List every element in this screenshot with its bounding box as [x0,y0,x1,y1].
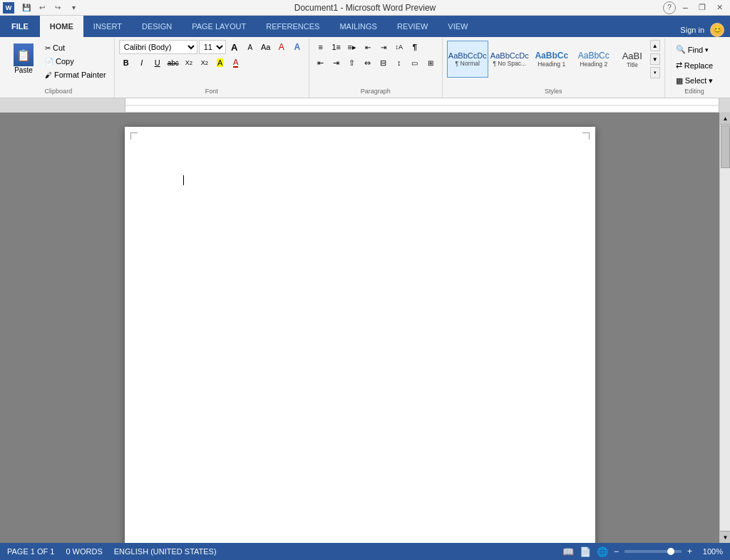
clear-formatting-icon: A [279,42,284,52]
decrease-indent-button[interactable]: ⇤ [361,40,375,54]
language-info[interactable]: ENGLISH (UNITED STATES) [114,547,217,556]
file-tab[interactable]: FILE [0,16,40,37]
editing-group: 🔍 Find ▾ ⇄ Replace ▦ Select ▾ Editing [665,38,724,98]
style-no-spacing-preview: AaBbCcDc [490,51,529,60]
find-button[interactable]: 🔍 Find ▾ [669,43,720,56]
grow-font-button[interactable]: A [227,40,242,54]
style-title[interactable]: AaBI Title [615,41,649,78]
zoom-in-button[interactable]: + [687,546,692,556]
corner-tr [582,133,590,140]
align-left-button[interactable]: ⇤ [314,56,328,70]
styles-more-button[interactable]: ▾ [650,67,660,78]
text-highlight-button[interactable]: A [213,56,227,70]
clipboard-label: Clipboard [7,88,110,96]
word-icon: W [3,2,14,14]
text-effects-button[interactable]: A [290,40,304,54]
word-count[interactable]: 0 WORDS [66,547,102,556]
font-color-button[interactable]: A [229,56,243,70]
zoom-percent[interactable]: 100% [698,547,723,556]
paragraph-group: ≡ 1≡ ≡▸ ⇤ ⇥ ↕A ¶ ⇤ ⇥ ⇧ ⇔ ⊟ ↕ ▭ ⊞ [309,38,443,98]
document-area[interactable] [0,113,719,543]
tab-mailings[interactable]: MAILINGS [329,16,387,37]
style-normal-preview: AaBbCcDc [448,51,487,60]
document-content[interactable] [182,162,538,543]
restore-button[interactable]: ❐ [694,1,710,14]
tab-references[interactable]: REFERENCES [256,16,329,37]
increase-indent-button[interactable]: ⇥ [376,40,391,54]
select-button[interactable]: ▦ Select ▾ [669,74,720,88]
scrollbar-track[interactable] [720,125,730,531]
underline-button[interactable]: U [150,56,165,70]
signin-button[interactable]: Sign in [680,26,704,34]
tab-design[interactable]: DESIGN [132,16,182,37]
font-group: Calibri (Body) 11 A A Aa A A [115,38,309,98]
minimize-button[interactable]: − [677,1,693,14]
style-heading1[interactable]: AaBbCc Heading 1 [531,41,572,78]
save-button[interactable]: 💾 [20,1,33,14]
tab-page-layout[interactable]: PAGE LAYOUT [182,16,256,37]
help-button[interactable]: ? [663,1,676,14]
read-mode-button[interactable]: 📖 [562,546,574,557]
undo-button[interactable]: ↩ [36,1,48,14]
strikethrough-button[interactable]: abc [166,56,180,70]
copy-button[interactable]: 📄 Copy [41,55,110,68]
shading-button[interactable]: ▭ [408,56,422,70]
paste-icon: 📋 [14,43,34,66]
web-layout-button[interactable]: 🌐 [597,546,608,557]
tab-insert[interactable]: INSERT [83,16,132,37]
style-title-label: Title [627,61,638,68]
page-info[interactable]: PAGE 1 OF 1 [7,547,54,556]
style-heading1-label: Heading 1 [538,61,565,68]
tab-review[interactable]: REVIEW [387,16,438,37]
italic-button[interactable]: I [135,56,149,70]
format-painter-icon: 🖌 [45,71,52,79]
document-page[interactable] [125,127,595,543]
scrollbar-thumb[interactable] [721,125,730,168]
title-bar-title: Document1 - Microsoft Word Preview [294,3,436,13]
shrink-font-button[interactable]: A [243,40,257,54]
ribbon-tabs: FILE HOME INSERT DESIGN PAGE LAYOUT REFE… [0,16,730,37]
borders-button[interactable]: ⊞ [423,56,438,70]
numbering-button[interactable]: 1≡ [329,40,344,54]
user-avatar[interactable]: 😊 [710,23,724,37]
zoom-thumb [667,548,674,555]
styles-label: Styles [447,88,660,96]
bold-button[interactable]: B [119,56,133,70]
styles-scroll-down[interactable]: ▼ [650,53,660,65]
show-paragraph-button[interactable]: ¶ [408,40,422,54]
align-center-button[interactable]: ⇥ [329,56,344,70]
line-spacing-button[interactable]: ↕ [392,56,406,70]
redo-button[interactable]: ↪ [51,1,64,14]
cut-button[interactable]: ✂ Cut [41,41,110,54]
superscript-button[interactable]: X2 [197,56,212,70]
style-no-spacing[interactable]: AaBbCcDc ¶ No Spac... [489,41,530,78]
font-name-select[interactable]: Calibri (Body) [119,40,197,54]
status-bar: PAGE 1 OF 1 0 WORDS ENGLISH (UNITED STAT… [0,543,730,560]
customize-qa-button[interactable]: ▾ [67,1,80,14]
clear-formatting-button[interactable]: A [274,40,289,54]
print-layout-button[interactable]: 📄 [580,546,591,557]
close-button[interactable]: ✕ [711,1,727,14]
change-case-button[interactable]: Aa [259,40,273,54]
tab-home[interactable]: HOME [40,16,83,37]
scrollbar-down-button[interactable]: ▼ [720,531,730,543]
subscript-button[interactable]: X2 [182,56,196,70]
style-normal[interactable]: AaBbCcDc ¶ Normal [447,41,488,78]
zoom-out-button[interactable]: − [614,546,619,556]
font-size-select[interactable]: 11 [199,40,226,54]
zoom-slider[interactable] [624,550,682,553]
justify-button[interactable]: ⇔ [361,56,375,70]
vertical-scrollbar: ▲ ▼ [719,113,730,543]
tab-view[interactable]: VIEW [438,16,478,37]
style-heading2[interactable]: AaBbCc Heading 2 [573,41,615,78]
paste-button[interactable]: 📋 Paste [7,40,40,78]
format-painter-button[interactable]: 🖌 Format Painter [41,68,110,81]
align-right-button[interactable]: ⇧ [345,56,359,70]
replace-button[interactable]: ⇄ Replace [669,58,720,72]
scrollbar-up-button[interactable]: ▲ [720,113,730,125]
multilevel-button[interactable]: ≡▸ [345,40,359,54]
bullets-button[interactable]: ≡ [314,40,328,54]
styles-scroll-up[interactable]: ▲ [650,40,660,51]
columns-button[interactable]: ⊟ [376,56,391,70]
sort-button[interactable]: ↕A [392,40,406,54]
